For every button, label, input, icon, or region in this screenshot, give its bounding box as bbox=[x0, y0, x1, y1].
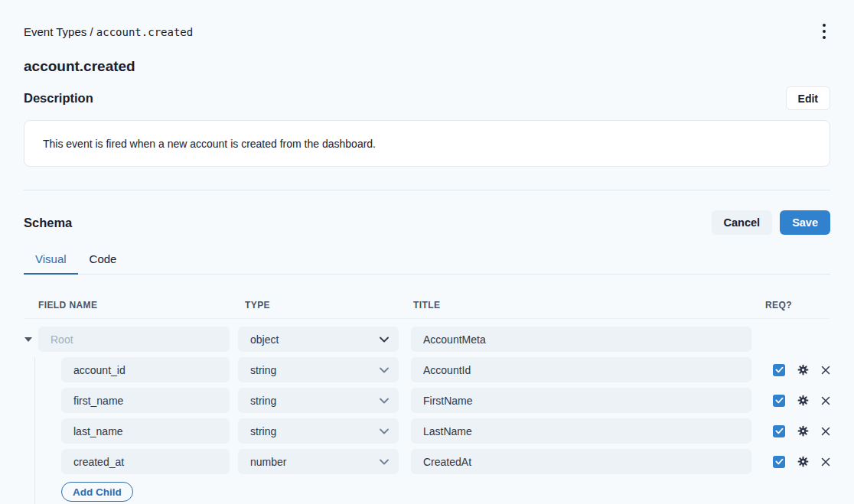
settings-gear-icon[interactable] bbox=[797, 425, 809, 437]
chevron-down-icon bbox=[380, 367, 389, 373]
schema-heading: Schema bbox=[24, 216, 72, 230]
breadcrumb: Event Types / account.created bbox=[24, 25, 193, 38]
title-input[interactable] bbox=[411, 418, 751, 444]
edit-button[interactable]: Edit bbox=[786, 86, 830, 110]
type-select[interactable]: string bbox=[238, 388, 399, 413]
check-icon bbox=[775, 458, 784, 465]
type-value: string bbox=[250, 425, 276, 437]
delete-row-icon[interactable] bbox=[821, 427, 830, 436]
tree-indent-guide bbox=[34, 357, 35, 504]
required-checkbox[interactable] bbox=[773, 425, 785, 437]
section-divider bbox=[24, 190, 830, 190]
schema-table-body: object string bbox=[24, 327, 830, 504]
top-bar: Event Types / account.created bbox=[24, 0, 830, 42]
title-input[interactable] bbox=[411, 449, 751, 474]
type-value: string bbox=[250, 395, 276, 407]
breadcrumb-current: account.created bbox=[96, 26, 193, 38]
root-type-select[interactable]: object bbox=[238, 327, 399, 352]
cancel-button[interactable]: Cancel bbox=[712, 210, 773, 235]
schema-root-row: object bbox=[24, 327, 830, 352]
delete-row-icon[interactable] bbox=[821, 457, 830, 467]
chevron-down-icon bbox=[380, 337, 389, 343]
check-icon bbox=[775, 428, 784, 434]
description-text: This event is fired when a new account i… bbox=[43, 138, 376, 150]
description-card: This event is fired when a new account i… bbox=[24, 120, 830, 167]
schema-field-row: string bbox=[24, 418, 830, 444]
type-select[interactable]: string bbox=[238, 357, 399, 382]
tab-visual[interactable]: Visual bbox=[24, 245, 78, 275]
column-header-req: Req? bbox=[751, 300, 830, 311]
root-title-input[interactable] bbox=[411, 327, 751, 352]
breadcrumb-section[interactable]: Event Types bbox=[24, 25, 86, 38]
field-name-input[interactable] bbox=[61, 357, 230, 382]
chevron-down-icon bbox=[380, 428, 389, 434]
column-header-title: Title bbox=[411, 300, 751, 311]
required-checkbox[interactable] bbox=[773, 364, 785, 376]
title-input[interactable] bbox=[411, 357, 751, 382]
type-select[interactable]: string bbox=[238, 418, 399, 444]
page-title: account.created bbox=[24, 58, 830, 75]
settings-gear-icon[interactable] bbox=[797, 395, 809, 406]
add-child-button[interactable]: Add Child bbox=[61, 482, 133, 502]
schema-field-row: number bbox=[24, 449, 830, 474]
schema-tabs: Visual Code bbox=[24, 245, 830, 275]
delete-row-icon[interactable] bbox=[821, 396, 830, 405]
field-name-input[interactable] bbox=[61, 449, 230, 474]
description-heading: Description bbox=[24, 91, 93, 106]
type-value: string bbox=[250, 364, 276, 376]
chevron-down-icon bbox=[380, 459, 389, 465]
required-checkbox[interactable] bbox=[773, 395, 785, 407]
settings-gear-icon[interactable] bbox=[797, 456, 809, 467]
schema-table-header: Field Name Type Title Req? bbox=[24, 300, 830, 319]
check-icon bbox=[775, 397, 784, 404]
field-name-input[interactable] bbox=[61, 388, 230, 413]
column-header-field-name: Field Name bbox=[38, 300, 230, 311]
root-field-name-input[interactable] bbox=[38, 327, 230, 352]
type-value: number bbox=[250, 456, 286, 468]
schema-field-row: string bbox=[24, 357, 830, 382]
breadcrumb-separator: / bbox=[90, 25, 93, 38]
collapse-caret-icon[interactable] bbox=[24, 337, 32, 342]
save-button[interactable]: Save bbox=[780, 210, 830, 235]
root-type-value: object bbox=[250, 333, 279, 346]
kebab-menu-icon[interactable] bbox=[818, 21, 830, 42]
schema-field-row: string bbox=[24, 388, 830, 413]
column-header-type: Type bbox=[238, 300, 399, 311]
required-checkbox[interactable] bbox=[773, 456, 785, 468]
check-icon bbox=[775, 366, 784, 373]
delete-row-icon[interactable] bbox=[821, 366, 830, 375]
type-select[interactable]: number bbox=[238, 449, 399, 474]
tab-code[interactable]: Code bbox=[78, 245, 129, 275]
field-name-input[interactable] bbox=[61, 418, 230, 444]
title-input[interactable] bbox=[411, 388, 751, 413]
settings-gear-icon[interactable] bbox=[797, 364, 809, 376]
chevron-down-icon bbox=[380, 398, 389, 404]
